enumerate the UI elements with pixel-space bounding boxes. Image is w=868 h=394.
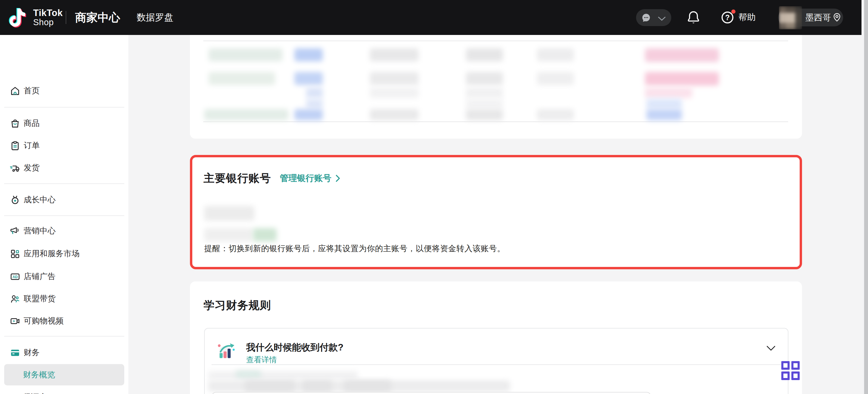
- redacted-answer-line: [236, 371, 261, 378]
- sidebar-divider: [4, 336, 124, 337]
- redacted-bank-row: [204, 228, 253, 242]
- sidebar-item-finance[interactable]: 财务: [0, 344, 128, 361]
- top-header: TikTok Shop 商家中心 数据罗盘: [0, 0, 862, 35]
- faq-view-details-link[interactable]: 查看详情: [246, 355, 277, 365]
- svg-text:AD: AD: [12, 275, 18, 279]
- help-label: 帮助: [738, 11, 755, 23]
- sidebar-item-products[interactable]: 商品: [0, 114, 128, 132]
- table-bottom-border: [203, 121, 788, 122]
- app-grid-icon: [10, 249, 21, 259]
- sidebar-item-marketing-center[interactable]: 营销中心: [0, 222, 128, 240]
- help-button[interactable]: ? 帮助: [720, 0, 755, 35]
- sidebar-item-label: 联盟带货: [24, 290, 56, 308]
- truck-icon: [10, 163, 21, 173]
- sidebar-item-affiliate[interactable]: 联盟带货: [0, 290, 128, 308]
- credit-card-icon: [10, 347, 21, 358]
- faq-embedded-box: [212, 392, 651, 394]
- scrollbar-thumb[interactable]: [864, 0, 868, 394]
- tiktok-shop-logo[interactable]: [9, 7, 28, 30]
- shopping-bag-icon: [10, 118, 21, 129]
- region-label: 墨西哥: [805, 8, 831, 26]
- megaphone-icon: [10, 226, 21, 236]
- avatar-redacted-image: [779, 6, 802, 29]
- sidebar-item-label: 财务: [24, 344, 40, 361]
- sidebar-item-label: 订单: [24, 137, 40, 154]
- sidebar-item-label: 店铺广告: [24, 268, 56, 285]
- brand-wordmark: TikTok Shop: [33, 8, 63, 27]
- sidebar-item-home[interactable]: 首页: [0, 82, 128, 100]
- growth-chart-icon: [217, 341, 237, 361]
- header-divider: [66, 11, 66, 24]
- sidebar-item-app-service-market[interactable]: 应用和服务市场: [0, 245, 128, 262]
- clipboard-icon: [10, 140, 21, 151]
- help-notification-dot: [731, 9, 736, 13]
- sidebar-item-shoppable-video[interactable]: 可购物视频: [0, 312, 128, 330]
- sidebar-item-orders[interactable]: 订单: [0, 137, 128, 154]
- messages-button[interactable]: [636, 9, 671, 26]
- chevron-right-icon: [336, 174, 340, 182]
- sidebar-divider: [4, 215, 124, 216]
- redacted-bank-row: [204, 206, 254, 221]
- ad-badge-icon: AD: [10, 271, 21, 282]
- table-top-border: [203, 40, 788, 41]
- notifications-button[interactable]: [686, 10, 701, 25]
- nav-merchant-center[interactable]: 商家中心: [75, 0, 120, 35]
- primary-bank-account-card: 主要银行账号 管理银行账号 提醒：切换到新的银行账号后，应将其设置为你的主账号，…: [190, 155, 802, 269]
- learn-rules-title: 学习财务规则: [204, 298, 271, 313]
- nav-data-compass[interactable]: 数据罗盘: [137, 0, 173, 35]
- redacted-answer-line: [208, 371, 358, 379]
- sidebar-subitem-finance-overview[interactable]: [4, 364, 124, 386]
- people-icon: [10, 293, 21, 304]
- capture-marker-icon: [781, 361, 801, 380]
- sidebar-subitem-label: 保证金: [23, 388, 47, 394]
- sidebar-item-label: 成长中心: [24, 191, 56, 208]
- manage-bank-accounts-label: 管理银行账号: [280, 172, 331, 184]
- sidebar-divider: [4, 107, 124, 108]
- redacted-answer-line: [302, 381, 332, 392]
- learn-financial-rules-card: 学习财务规则 我什么时候能收到付款? 查看详情: [190, 281, 802, 394]
- faq-accordion-item[interactable]: 我什么时候能收到付款? 查看详情: [204, 328, 788, 394]
- faq-divider: [212, 364, 781, 365]
- sidebar-item-shop-ads[interactable]: AD 店铺广告: [0, 268, 128, 285]
- tiktok-shop-seller-center: TikTok Shop 商家中心 数据罗盘: [0, 0, 868, 394]
- video-camera-icon: [10, 316, 21, 327]
- sidebar-nav: 首页 商品 订单: [0, 35, 128, 394]
- sidebar-item-label: 发货: [24, 159, 40, 176]
- chat-bubble-icon: [641, 12, 651, 23]
- redacted-bank-row: [253, 228, 277, 242]
- location-pin-icon: [832, 12, 842, 23]
- sidebar-item-label: 可购物视频: [24, 312, 64, 330]
- sidebar-divider: [4, 184, 124, 184]
- bell-icon: [686, 10, 701, 25]
- sidebar-item-label: 商品: [24, 114, 40, 132]
- sidebar-subitem-deposit[interactable]: 保证金: [0, 388, 128, 394]
- medal-icon: [10, 195, 21, 205]
- scrollbar[interactable]: [864, 0, 868, 394]
- home-icon: [10, 86, 21, 96]
- faq-question: 我什么时候能收到付款?: [246, 341, 343, 354]
- tiktok-note-icon: [9, 7, 28, 28]
- sidebar-item-shipping[interactable]: 发货: [0, 159, 128, 176]
- chevron-down-icon: [658, 17, 665, 21]
- brand-line2: Shop: [33, 18, 63, 27]
- chevron-down-icon[interactable]: [767, 346, 775, 351]
- svg-text:?: ?: [725, 13, 730, 22]
- redacted-answer-line: [344, 381, 391, 392]
- bank-reminder-text: 提醒：切换到新的银行账号后，应将其设置为你的主账号，以便将资金转入该账号。: [204, 243, 505, 254]
- primary-bank-title: 主要银行账号: [204, 171, 271, 186]
- sidebar-item-label: 首页: [24, 82, 40, 100]
- sidebar-subitem-label-selected[interactable]: 财务概览: [23, 364, 55, 386]
- sidebar-item-label: 应用和服务市场: [24, 245, 80, 262]
- sidebar-item-label: 营销中心: [24, 222, 56, 240]
- redacted-answer-line: [245, 381, 295, 392]
- brand-line1: TikTok: [33, 8, 63, 18]
- avatar[interactable]: [779, 6, 802, 29]
- manage-bank-accounts-link[interactable]: 管理银行账号: [280, 172, 340, 184]
- sidebar-item-growth-center[interactable]: 成长中心: [0, 191, 128, 208]
- redacted-table-card: [190, 35, 802, 139]
